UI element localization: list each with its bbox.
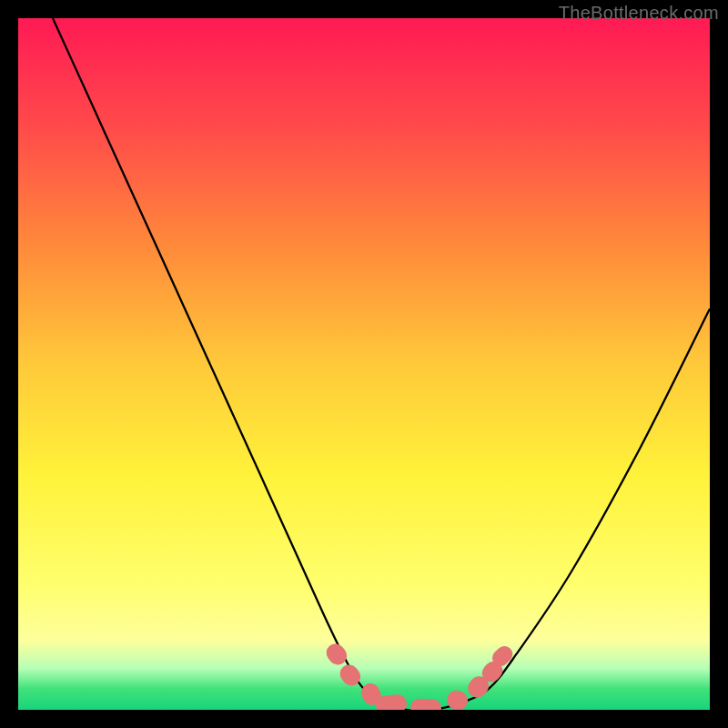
curve-marker [375,693,408,710]
bottleneck-curve [18,18,710,710]
watermark-text: TheBottleneck.com [559,3,719,24]
plot-area [18,18,710,710]
